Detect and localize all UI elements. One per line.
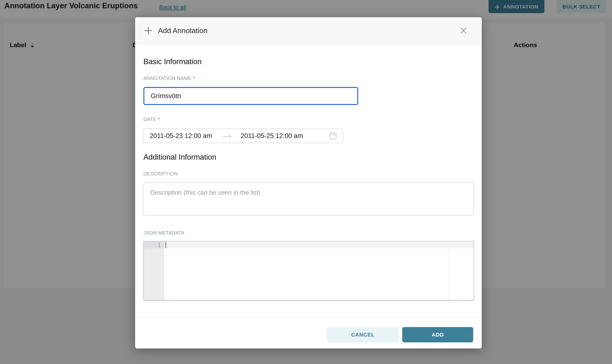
add-annotation-modal: Add Annotation Basic Information ANNOTAT…	[135, 17, 482, 349]
editor-gutter	[144, 242, 164, 300]
description-textarea[interactable]	[143, 182, 474, 216]
app-root: Annotation Layer Volcanic Eruptions Back…	[0, 0, 612, 364]
cancel-button[interactable]: CANCEL	[327, 327, 399, 342]
required-asterisk: *	[193, 76, 195, 81]
annotation-name-input[interactable]	[143, 87, 358, 105]
required-asterisk: *	[158, 117, 160, 122]
section-basic-information: Basic Information	[143, 57, 202, 66]
add-button[interactable]: ADD	[402, 327, 473, 342]
editor-line-number: 1	[144, 242, 164, 248]
json-metadata-label: JSON METADATA	[143, 230, 184, 236]
section-additional-information: Additional Information	[143, 153, 216, 162]
range-arrow-icon	[223, 134, 232, 138]
plus-icon	[144, 26, 153, 35]
date-end-value[interactable]: 2011-05-25 12:00 am	[241, 132, 303, 140]
description-label: DESCRIPTION	[143, 171, 178, 177]
close-icon[interactable]	[459, 26, 468, 35]
annotation-name-label: ANNOTATION NAME*	[143, 76, 195, 81]
editor-print-margin	[449, 248, 449, 300]
date-label: DATE*	[143, 117, 160, 122]
calendar-icon	[329, 132, 337, 140]
json-metadata-editor[interactable]: 1	[143, 241, 474, 300]
modal-title: Add Annotation	[158, 26, 208, 35]
date-start-value[interactable]: 2011-05-23 12:00 am	[150, 132, 212, 140]
modal-footer: CANCEL ADD	[135, 318, 482, 349]
date-range-picker[interactable]: 2011-05-23 12:00 am 2011-05-25 12:00 am	[143, 129, 343, 143]
modal-header: Add Annotation	[135, 17, 482, 44]
editor-active-line	[164, 242, 473, 248]
text-cursor	[165, 242, 166, 248]
